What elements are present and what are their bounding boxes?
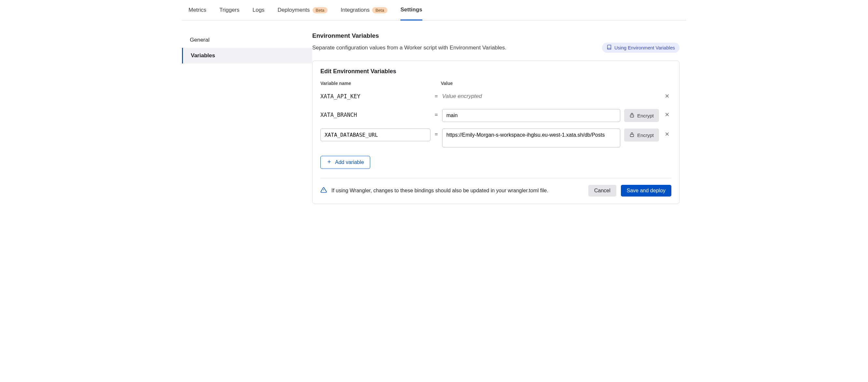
tab-triggers[interactable]: Triggers: [219, 6, 240, 20]
warning-icon: [320, 187, 327, 195]
variable-name: XATA_API_KEY: [320, 91, 430, 100]
equals-sign: =: [434, 91, 438, 100]
lock-icon: [629, 132, 634, 138]
save-deploy-button[interactable]: Save and deploy: [621, 185, 671, 196]
cancel-button[interactable]: Cancel: [588, 185, 616, 196]
tab-bar: Metrics Triggers Logs Deployments Beta I…: [182, 0, 686, 21]
tab-logs[interactable]: Logs: [253, 6, 265, 20]
delete-variable-button[interactable]: [663, 109, 671, 121]
doc-link-env-vars[interactable]: Using Environment Variables: [602, 43, 680, 53]
variable-row: XATA_BRANCH = Encrypt: [320, 109, 671, 122]
main-content: Environment Variables Separate configura…: [312, 32, 686, 217]
add-variable-button[interactable]: Add variable: [320, 156, 370, 169]
panel-title: Edit Environment Variables: [320, 68, 671, 75]
variable-name: XATA_BRANCH: [320, 109, 430, 118]
equals-sign: =: [434, 129, 438, 138]
tab-deployments[interactable]: Deployments Beta: [277, 6, 328, 20]
tab-settings[interactable]: Settings: [400, 6, 422, 21]
settings-sidebar: General Variables: [182, 32, 312, 217]
env-vars-panel: Edit Environment Variables Variable name…: [312, 61, 680, 204]
svg-rect-5: [630, 134, 634, 137]
close-icon: [664, 93, 670, 100]
section-title: Environment Variables: [312, 32, 680, 39]
variable-row: XATA_API_KEY = Value encrypted: [320, 91, 671, 102]
sidebar-item-variables[interactable]: Variables: [182, 48, 312, 63]
lock-icon: [629, 113, 634, 119]
variable-value-input[interactable]: [442, 129, 620, 148]
book-icon: [607, 44, 612, 51]
variable-name-input[interactable]: [320, 129, 430, 141]
footer-warning-text: If using Wrangler, changes to these bind…: [332, 188, 584, 194]
tab-integrations[interactable]: Integrations Beta: [341, 6, 388, 20]
encrypted-value-label: Value encrypted: [442, 91, 659, 100]
beta-badge: Beta: [313, 7, 328, 13]
doc-link-label: Using Environment Variables: [614, 45, 675, 51]
svg-rect-2: [630, 115, 634, 117]
close-icon: [664, 131, 670, 138]
tab-metrics[interactable]: Metrics: [188, 6, 207, 20]
delete-variable-button[interactable]: [663, 91, 671, 102]
column-header-name: Variable name: [320, 81, 441, 86]
variable-value-input[interactable]: [442, 109, 620, 122]
sidebar-item-general[interactable]: General: [182, 32, 312, 48]
beta-badge: Beta: [372, 7, 388, 13]
variable-row: = Encrypt: [320, 129, 671, 148]
encrypt-button[interactable]: Encrypt: [624, 109, 659, 122]
encrypt-button[interactable]: Encrypt: [624, 129, 659, 141]
equals-sign: =: [434, 109, 438, 118]
delete-variable-button[interactable]: [663, 129, 671, 140]
close-icon: [664, 112, 670, 119]
column-header-value: Value: [441, 81, 453, 86]
section-description: Separate configuration values from a Wor…: [312, 44, 506, 51]
plus-icon: [327, 159, 332, 166]
